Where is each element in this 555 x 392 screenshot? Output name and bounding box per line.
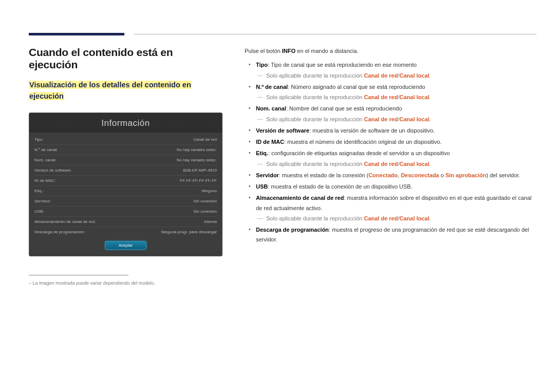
- sub-note: Solo aplicable durante la reproducción C…: [256, 159, 536, 169]
- sub-note: Solo aplicable durante la reproducción C…: [256, 214, 536, 223]
- info-row: Versión de software:B2B-EP-MIP-4510: [34, 165, 217, 176]
- info-row: N.º de canal:No hay canales selec.: [34, 145, 217, 155]
- info-row: Almacenamiento de canal de red:Interna: [34, 217, 217, 227]
- list-item: Almacenamiento de canal de red: muestra …: [245, 193, 536, 223]
- info-row-value: Ninguna progr. para descargar: [161, 230, 217, 234]
- info-row-value: No hay canales selec.: [177, 147, 217, 152]
- info-row-label: Tipo:: [34, 137, 44, 142]
- sub-note: Solo aplicable durante la reproducción C…: [256, 115, 536, 124]
- footnote-text: La imagen mostrada puede variar dependie…: [29, 281, 223, 286]
- info-row-value: Interna: [204, 219, 217, 224]
- info-row-label: Almacenamiento de canal de red:: [34, 219, 96, 224]
- info-row-label: ID de MAC:: [34, 178, 55, 183]
- info-row-value: Ninguno: [201, 189, 217, 193]
- info-row-label: Servidor:: [34, 199, 51, 203]
- footnote-divider: [29, 275, 128, 275]
- info-panel-title: Información: [29, 113, 222, 133]
- info-row-value: FF-FF-FF-FF-FF-FF: [180, 178, 217, 183]
- page-title: Cuando el contenido está en ejecución: [29, 46, 223, 71]
- info-row: Etiq.:Ninguno: [34, 186, 217, 196]
- header-accent-bar: [29, 33, 124, 35]
- info-panel-body: Tipo:Canal de redN.º de canal:No hay can…: [29, 133, 222, 256]
- instruction-line: Pulse el botón INFO en el mando a distan…: [245, 46, 536, 56]
- info-row: Descarga de programación:Ninguna progr. …: [34, 227, 217, 237]
- sub-note: Solo aplicable durante la reproducción C…: [256, 92, 536, 102]
- info-row-value: Sin conexión: [193, 199, 217, 203]
- description-list: Tipo: Tipo de canal que se está reproduc…: [245, 60, 536, 245]
- list-item: N.º de canal: Número asignado al canal q…: [245, 82, 536, 103]
- info-row: Tipo:Canal de red: [34, 135, 217, 145]
- right-column: Pulse el botón INFO en el mando a distan…: [245, 46, 536, 286]
- info-row-label: Nom. canal:: [34, 158, 57, 162]
- info-row-label: Versión de software:: [34, 168, 71, 173]
- info-row-value: No hay canales selec.: [177, 158, 217, 162]
- info-row-value: B2B-EP-MIP-4510: [183, 168, 217, 173]
- list-item: ID de MAC: muestra el número de identifi…: [245, 137, 536, 147]
- accept-button[interactable]: Aceptar: [105, 241, 147, 250]
- info-row-label: Descarga de programación:: [34, 230, 85, 234]
- list-item: Servidor: muestra el estado de la conexi…: [245, 171, 536, 180]
- list-item: Nom. canal: Nombre del canal que se está…: [245, 104, 536, 124]
- list-item: Descarga de programación: muestra el pro…: [245, 225, 536, 245]
- list-item: Versión de software: muestra la versión …: [245, 126, 536, 136]
- info-row-value: Canal de red: [193, 137, 217, 142]
- left-column: Cuando el contenido está en ejecución Vi…: [29, 46, 223, 286]
- list-item: Etiq.: configuración de etiquetas asigna…: [245, 148, 536, 169]
- list-item: USB: muestra el estado de la conexión de…: [245, 182, 536, 192]
- info-row: Nom. canal:No hay canales selec.: [34, 155, 217, 165]
- list-item: Tipo: Tipo de canal que se está reproduc…: [245, 60, 536, 81]
- info-row-value: Sin conexión: [193, 209, 217, 214]
- info-row: USB:Sin conexión: [34, 207, 217, 217]
- info-panel: Información Tipo:Canal de redN.º de cana…: [29, 113, 223, 256]
- info-row-label: N.º de canal:: [34, 147, 58, 152]
- info-row: ID de MAC:FF-FF-FF-FF-FF-FF: [34, 176, 217, 186]
- sub-note: Solo aplicable durante la reproducción C…: [256, 71, 536, 81]
- info-row-label: USB:: [34, 209, 44, 214]
- section-subtitle: Visualización de los detalles del conten…: [29, 79, 223, 102]
- info-row: Servidor:Sin conexión: [34, 196, 217, 207]
- info-row-label: Etiq.:: [34, 189, 44, 193]
- header-divider: [134, 34, 536, 34]
